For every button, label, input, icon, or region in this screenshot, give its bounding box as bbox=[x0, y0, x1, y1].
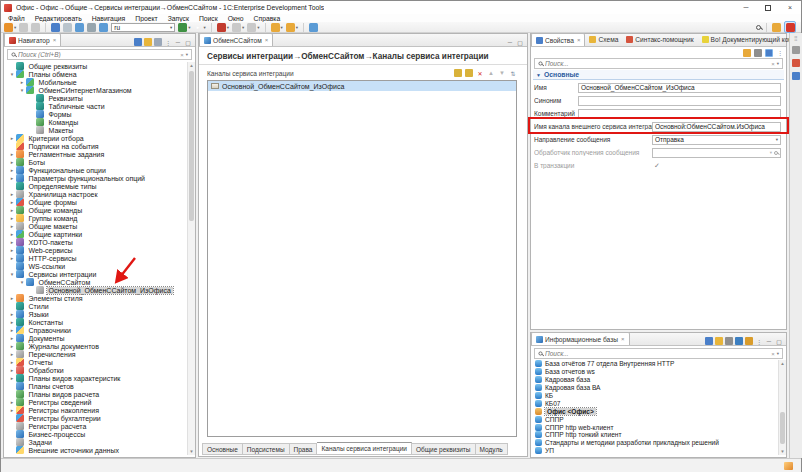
link-with-editor-icon[interactable] bbox=[715, 337, 723, 345]
expander-open-icon[interactable]: ▾ bbox=[8, 71, 16, 77]
tab-properties[interactable]: Свойства× bbox=[531, 33, 585, 46]
new-view-icon[interactable] bbox=[743, 49, 751, 57]
tab-infobases[interactable]: Информационные базы × bbox=[531, 332, 630, 345]
tab-navigator[interactable]: Навигатор × bbox=[4, 33, 61, 46]
maximize-icon[interactable]: ▢ bbox=[516, 38, 524, 46]
tree-item[interactable]: ▸Хранилища настроек bbox=[5, 190, 194, 198]
expander-closed-icon[interactable]: ▸ bbox=[8, 343, 16, 349]
open-perspective-icon[interactable] bbox=[772, 23, 781, 32]
minimize-button[interactable]: ─ bbox=[735, 1, 757, 14]
new-editor-window-icon[interactable] bbox=[309, 23, 318, 32]
debug-icon[interactable]: ▾ bbox=[178, 23, 190, 32]
expander-closed-icon[interactable]: ▸ bbox=[8, 295, 16, 301]
tree-item[interactable]: ▸Справочники bbox=[5, 326, 194, 334]
menu-item-2[interactable]: Навигация bbox=[87, 15, 131, 22]
search-member-icon[interactable] bbox=[99, 23, 108, 32]
editor-bottom-tab-1[interactable]: Подсистемы bbox=[243, 443, 290, 455]
back-icon[interactable]: ▾ bbox=[271, 23, 283, 32]
tree-item[interactable]: ▸Отчеты bbox=[5, 358, 194, 366]
tree-item[interactable]: ▸Боты bbox=[5, 158, 194, 166]
tree-item[interactable]: ▸Общие картинки bbox=[5, 230, 194, 238]
chevron-down-icon[interactable]: ▾ bbox=[777, 61, 779, 66]
property-input[interactable]: Основной:ОбменССайтом.ИзОфиса bbox=[652, 122, 781, 132]
tree-item[interactable]: ▸Обработки bbox=[5, 366, 194, 374]
tree-item[interactable]: Регистры расчета bbox=[5, 422, 194, 430]
save-icon[interactable] bbox=[19, 23, 28, 32]
tab-doc-comment[interactable]: Во! Документирующий комме... bbox=[698, 33, 802, 46]
tree-item[interactable]: ▸Общие макеты bbox=[5, 222, 194, 230]
minimize-icon[interactable]: ─ bbox=[765, 337, 773, 345]
menu-item-7[interactable]: Справка bbox=[249, 15, 286, 22]
tree-item[interactable]: WS-ссылки bbox=[5, 262, 194, 270]
expander-closed-icon[interactable]: ▸ bbox=[8, 247, 16, 253]
expander-closed-icon[interactable]: ▸ bbox=[8, 335, 16, 341]
tree-item[interactable]: ▸Регламентные задания bbox=[5, 150, 194, 158]
infobase-item[interactable]: КБ bbox=[532, 392, 785, 400]
copy-document-icon[interactable] bbox=[75, 23, 84, 32]
tab-schema[interactable]: Схема bbox=[585, 33, 622, 46]
tree-item[interactable]: ▾Планы обмена bbox=[5, 70, 194, 78]
property-input[interactable] bbox=[578, 96, 781, 106]
infobase-item[interactable]: СППР http web-клиент bbox=[532, 423, 785, 431]
expander-closed-icon[interactable]: ▸ bbox=[8, 351, 16, 357]
infobase-item[interactable]: Кадровая база ВА bbox=[532, 384, 785, 392]
expander-closed-icon[interactable]: ▸ bbox=[8, 407, 16, 413]
chevron-down-icon[interactable]: ▾ bbox=[770, 150, 772, 155]
scroll-thumb[interactable] bbox=[189, 71, 194, 221]
expander-closed-icon[interactable]: ▸ bbox=[8, 207, 16, 213]
db-import-icon[interactable] bbox=[745, 337, 753, 345]
add-copy-icon[interactable] bbox=[465, 69, 473, 77]
navigator-scrollbar[interactable]: ▲ ▼ bbox=[187, 62, 195, 455]
tree-item[interactable]: ▸Группы команд bbox=[5, 214, 194, 222]
tree-item[interactable]: ▸Регистры накопления bbox=[5, 406, 194, 414]
menu-item-1[interactable]: Редактировать bbox=[30, 15, 87, 22]
channel-list-item[interactable]: Основной_ОбменССайтом_ИзОфиса bbox=[208, 81, 516, 91]
infobase-item[interactable]: Офис <Офис> bbox=[532, 407, 785, 415]
minimize-icon[interactable]: ─ bbox=[174, 38, 182, 46]
tree-item[interactable]: ▸Общие команды bbox=[5, 206, 194, 214]
editor-bottom-tab-4[interactable]: Общие реквизиты bbox=[412, 443, 476, 455]
move-down-icon[interactable]: ▼ bbox=[498, 69, 506, 77]
search-icon[interactable] bbox=[774, 151, 778, 155]
properties-search-input[interactable] bbox=[545, 60, 769, 67]
db-delete-icon[interactable] bbox=[725, 337, 733, 345]
expander-closed-icon[interactable]: ▸ bbox=[8, 215, 16, 221]
tree-item[interactable]: ▸Журналы документов bbox=[5, 342, 194, 350]
tree-item[interactable]: Реквизиты bbox=[5, 94, 194, 102]
infobase-item[interactable]: Стандарты и методики разработки прикладн… bbox=[532, 439, 785, 447]
expander-closed-icon[interactable]: ▸ bbox=[8, 367, 16, 373]
tree-item[interactable]: Формы bbox=[5, 110, 194, 118]
tab-syntax-helper[interactable]: Синтакс-помощник bbox=[622, 33, 697, 46]
close-icon[interactable]: × bbox=[53, 37, 57, 43]
expander-closed-icon[interactable]: ▸ bbox=[8, 359, 16, 365]
expander-closed-icon[interactable]: ▸ bbox=[8, 223, 16, 229]
close-icon[interactable]: × bbox=[621, 336, 625, 342]
property-input[interactable]: Основной_ОбменССайтом_ИзОфиса bbox=[578, 83, 781, 93]
chevron-down-icon[interactable]: ▾ bbox=[186, 52, 188, 57]
sort-icon[interactable]: ⇅ bbox=[509, 69, 517, 77]
expander-closed-icon[interactable]: ▸ bbox=[8, 199, 16, 205]
pointer-icon[interactable] bbox=[63, 23, 72, 32]
scroll-up-icon[interactable]: ▲ bbox=[188, 62, 195, 69]
editor-bottom-tab-5[interactable]: Модуль bbox=[476, 443, 508, 455]
tree-item[interactable]: Задачи bbox=[5, 438, 194, 446]
menu-item-6[interactable]: Окно bbox=[223, 15, 249, 22]
maximize-icon[interactable]: ▢ bbox=[184, 38, 192, 46]
collapse-all-icon[interactable] bbox=[134, 38, 142, 46]
expander-open-icon[interactable]: ▾ bbox=[8, 271, 16, 277]
tree-item[interactable]: Внешние источники данных bbox=[5, 446, 194, 454]
bookmarks-red-icon[interactable] bbox=[792, 59, 800, 67]
expander-closed-icon[interactable]: ▸ bbox=[8, 151, 16, 157]
tree-item[interactable]: ▾Сервисы интеграции bbox=[5, 270, 194, 278]
section-main[interactable]: ▼ Основные bbox=[533, 70, 784, 80]
expander-closed-icon[interactable]: ▸ bbox=[18, 79, 26, 85]
expander-closed-icon[interactable]: ▸ bbox=[8, 239, 16, 245]
code-style-icon[interactable]: ▾ bbox=[217, 23, 229, 32]
tree-item[interactable]: ▸Элементы стиля bbox=[5, 294, 194, 302]
scroll-thumb[interactable] bbox=[780, 412, 785, 444]
forward-icon[interactable]: ▾ bbox=[286, 23, 298, 32]
expander-closed-icon[interactable]: ▸ bbox=[8, 135, 16, 141]
infobase-item[interactable]: УП bbox=[532, 447, 785, 455]
tree-item[interactable]: Определяемые типы bbox=[5, 182, 194, 190]
chevron-down-icon[interactable]: ▾ bbox=[776, 137, 778, 142]
